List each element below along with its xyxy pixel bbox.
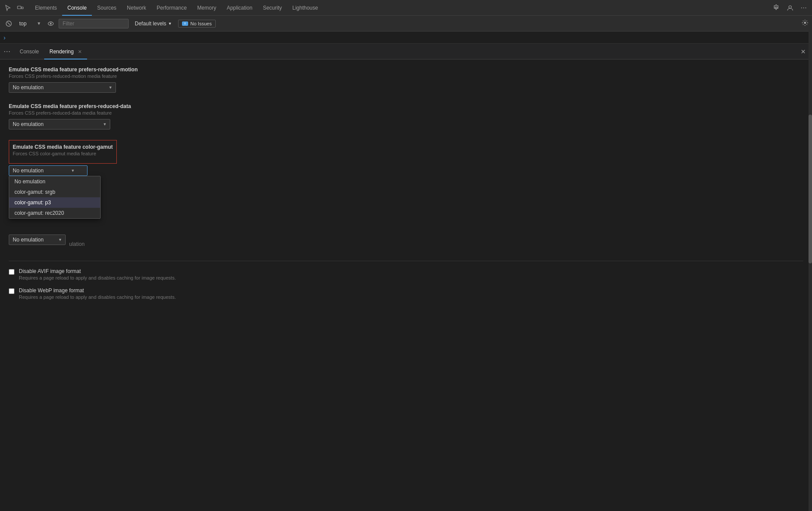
after-section-select[interactable]: No emulation [9, 234, 66, 245]
console-prompt-row: › [0, 32, 812, 44]
caret-icon: › [4, 34, 6, 41]
section-color-gamut-focused: Emulate CSS media feature color-gamut Fo… [9, 140, 117, 164]
more-options-icon[interactable]: ⋯ [798, 2, 810, 14]
tab-network[interactable]: Network [122, 0, 151, 16]
color-gamut-arrow-icon: ▼ [71, 168, 75, 173]
color-gamut-dropdown-menu: No emulation color-gamut: srgb color-gam… [9, 176, 101, 219]
section-prefers-reduced-motion-label: Emulate CSS media feature prefers-reduce… [9, 66, 803, 73]
devtools-right-icons: ⋯ [770, 2, 810, 14]
profile-icon[interactable] [784, 2, 796, 14]
color-gamut-option-rec2020[interactable]: color-gamut: rec2020 [9, 208, 100, 218]
live-expressions-button[interactable] [46, 18, 56, 29]
color-gamut-dropdown-wrapper: No emulation ▼ No emulation color-gamut:… [9, 165, 88, 176]
section-prefers-reduced-data-desc: Forces CSS prefers-reduced-data media fe… [9, 110, 803, 116]
disable-webp-label: Disable WebP image format [19, 287, 176, 294]
section-after-dropdown: No emulation ulation [9, 234, 803, 254]
color-gamut-selected-value: No emulation [13, 168, 44, 174]
rendering-panel: Emulate CSS media feature prefers-reduce… [0, 60, 812, 314]
device-icon[interactable] [14, 2, 26, 14]
svg-line-4 [7, 22, 10, 25]
tab-security[interactable]: Security [258, 0, 287, 16]
disable-avif-text: Disable AVIF image format Requires a pag… [19, 268, 176, 280]
svg-point-6 [50, 23, 52, 24]
svg-rect-0 [18, 6, 21, 9]
cursor-icon[interactable] [2, 2, 14, 14]
disable-avif-checkbox[interactable] [9, 269, 14, 275]
settings-gear-icon[interactable] [770, 2, 782, 14]
no-issues-badge[interactable]: i No Issues [178, 20, 216, 28]
prefers-reduced-data-select-wrapper: No emulation prefers-reduced-data: reduc… [9, 119, 110, 130]
no-issues-label: No Issues [190, 21, 212, 26]
filter-input[interactable] [59, 19, 129, 28]
devtools-icons [2, 2, 26, 14]
tab-sources[interactable]: Sources [92, 0, 122, 16]
section-prefers-reduced-data-label: Emulate CSS media feature prefers-reduce… [9, 103, 803, 109]
more-tabs-button[interactable]: ⋯ [4, 47, 11, 56]
color-gamut-option-no-emulation[interactable]: No emulation [9, 176, 100, 187]
after-section-label-partial: ulation [69, 241, 84, 247]
clear-console-button[interactable] [4, 18, 14, 29]
log-levels-label: Default levels [135, 21, 166, 27]
svg-rect-1 [21, 7, 23, 9]
devtools-tab-bar: Elements Console Sources Network Perform… [0, 0, 812, 16]
checkbox-disable-webp: Disable WebP image format Requires a pag… [9, 287, 803, 300]
close-rendering-tab-icon[interactable]: ✕ [78, 49, 82, 54]
issues-icon: i [182, 21, 188, 26]
scrollbar-thumb[interactable] [808, 115, 812, 263]
divider-1 [9, 261, 803, 261]
log-levels-arrow-icon: ▼ [168, 21, 172, 26]
tab-memory[interactable]: Memory [192, 0, 221, 16]
checkbox-disable-avif: Disable AVIF image format Requires a pag… [9, 268, 803, 280]
after-section-row: No emulation ulation [9, 234, 803, 254]
disable-avif-desc: Requires a page reload to apply and disa… [19, 275, 176, 280]
after-section-select-wrapper: No emulation [9, 234, 66, 245]
prefers-reduced-data-select[interactable]: No emulation prefers-reduced-data: reduc… [9, 119, 110, 130]
section-color-gamut-container: Emulate CSS media feature color-gamut Fo… [9, 140, 803, 178]
secondary-tab-rendering[interactable]: Rendering ✕ [44, 44, 87, 60]
tab-elements[interactable]: Elements [30, 0, 62, 16]
svg-point-2 [789, 6, 791, 8]
tab-lighthouse[interactable]: Lighthouse [287, 0, 323, 16]
disable-webp-desc: Requires a page reload to apply and disa… [19, 294, 176, 300]
section-prefers-reduced-data: Emulate CSS media feature prefers-reduce… [9, 103, 803, 138]
disable-webp-text: Disable WebP image format Requires a pag… [19, 287, 176, 300]
context-selector[interactable]: top [17, 19, 43, 28]
console-settings-icon[interactable] [802, 19, 808, 28]
tab-performance[interactable]: Performance [151, 0, 192, 16]
disable-webp-checkbox[interactable] [9, 288, 14, 294]
section-color-gamut-desc: Forces CSS color-gamut media feature [13, 151, 113, 156]
color-gamut-select-button[interactable]: No emulation ▼ [9, 165, 88, 176]
scrollbar-track [808, 16, 812, 511]
secondary-tab-bar: ⋯ Console Rendering ✕ ✕ [0, 44, 812, 60]
tab-application[interactable]: Application [221, 0, 258, 16]
color-gamut-option-p3[interactable]: color-gamut: p3 [9, 197, 100, 208]
secondary-tab-console[interactable]: Console [14, 44, 44, 60]
close-drawer-button[interactable]: ✕ [798, 46, 808, 57]
section-prefers-reduced-motion-desc: Forces CSS prefers-reduced-motion media … [9, 74, 803, 79]
log-levels-button[interactable]: Default levels ▼ [131, 19, 175, 28]
color-gamut-option-srgb[interactable]: color-gamut: srgb [9, 187, 100, 197]
svg-point-7 [804, 21, 806, 24]
section-prefers-reduced-motion: Emulate CSS media feature prefers-reduce… [9, 66, 803, 102]
disable-avif-label: Disable AVIF image format [19, 268, 176, 274]
console-toolbar: top ▼ Default levels ▼ i No Issues [0, 16, 812, 32]
context-selector-wrapper: top ▼ [17, 19, 43, 28]
section-color-gamut-label: Emulate CSS media feature color-gamut [13, 144, 113, 150]
prefers-reduced-motion-select[interactable]: No emulation prefers-reduced-motion: red… [9, 82, 116, 93]
tab-console[interactable]: Console [62, 0, 92, 16]
prefers-reduced-motion-select-wrapper: No emulation prefers-reduced-motion: red… [9, 82, 116, 93]
